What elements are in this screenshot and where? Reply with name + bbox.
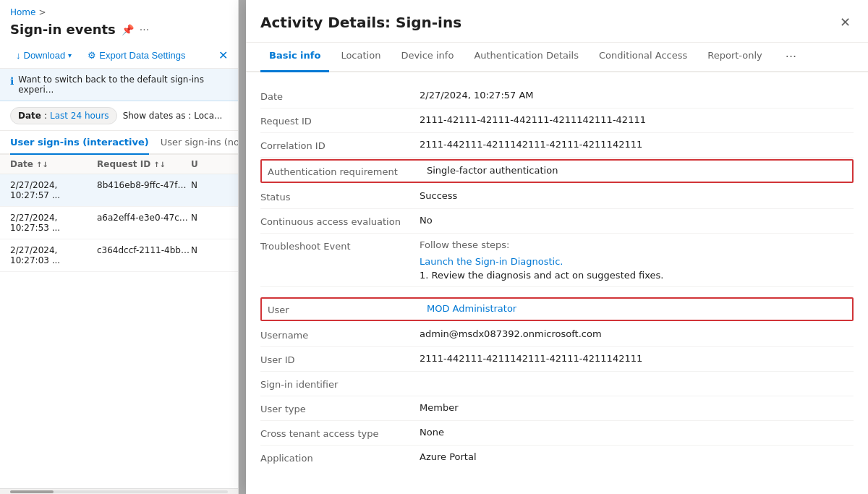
modal-title: Activity Details: Sign-ins xyxy=(260,14,837,31)
table-row[interactable]: 2/27/2024, 10:27:57 ... 8b416eb8-9ffc-47… xyxy=(0,174,238,207)
tab-conditional-access[interactable]: Conditional Access xyxy=(590,43,696,72)
troubleshoot-launch-link[interactable]: Launch the Sign-in Diagnostic. xyxy=(420,256,854,267)
cell-request: a6a2eff4-e3e0-47ca-... xyxy=(97,213,191,233)
field-auth-requirement: Authentication requirement Single-factor… xyxy=(260,159,854,183)
cell-user: N xyxy=(191,245,228,265)
field-username-label: Username xyxy=(260,328,420,341)
cell-request: 8b416eb8-9ffc-47f4-... xyxy=(97,180,191,200)
field-continuous-access-value: No xyxy=(420,215,854,226)
tab-basic-info[interactable]: Basic info xyxy=(260,43,329,72)
filter-row: Date : Last 24 hours Show dates as : Loc… xyxy=(0,101,238,131)
download-icon: ↓ xyxy=(16,50,21,61)
cell-date: 2/27/2024, 10:27:53 ... xyxy=(10,213,97,233)
troubleshoot-follow-text: Follow these steps: xyxy=(420,239,854,250)
field-correlation-id-value: 2111-442111-4211142111-42111-4211142111 xyxy=(420,139,854,150)
field-request-id-value: 2111-42111-42111-442111-4211142111-42111 xyxy=(420,114,854,125)
cell-user: N xyxy=(191,180,228,200)
date-filter-chip[interactable]: Date : Last 24 hours xyxy=(10,107,117,124)
cell-date: 2/27/2024, 10:27:57 ... xyxy=(10,180,97,200)
pin-icon[interactable]: 📌 xyxy=(122,24,134,35)
modal-header: Activity Details: Sign-ins ✕ xyxy=(246,0,868,43)
field-status: Status Success xyxy=(260,184,854,209)
field-correlation-id-label: Correlation ID xyxy=(260,139,420,151)
show-dates-label: Show dates as : Loca... xyxy=(123,111,223,121)
modal-tabs-more-icon[interactable]: ··· xyxy=(780,43,802,71)
troubleshoot-step-text: 1. Review the diagnosis and act on sugge… xyxy=(420,270,854,281)
download-button[interactable]: ↓ Download ▾ xyxy=(10,47,77,64)
table-row[interactable]: 2/27/2024, 10:27:03 ... c364dccf-2111-4b… xyxy=(0,239,238,272)
download-chevron-icon: ▾ xyxy=(68,51,72,59)
modal-tabs: Basic info Location Device info Authenti… xyxy=(246,43,868,72)
field-status-label: Status xyxy=(260,190,420,203)
table-header: Date ↑↓ Request ID ↑↓ U xyxy=(0,155,238,174)
field-user-value[interactable]: MOD Administrator xyxy=(427,303,846,314)
info-icon: ℹ xyxy=(10,75,14,87)
field-user-type-value: Member xyxy=(420,402,854,413)
field-continuous-access-label: Continuous access evaluation xyxy=(260,215,420,227)
field-signin-identifier: Sign-in identifier xyxy=(260,372,854,396)
field-user-label: User xyxy=(268,303,427,315)
field-user-type-label: User type xyxy=(260,402,420,414)
field-troubleshoot: Troubleshoot Event Follow these steps: L… xyxy=(260,234,854,287)
cell-date: 2/27/2024, 10:27:03 ... xyxy=(10,245,97,265)
field-cross-tenant-label: Cross tenant access type xyxy=(260,427,420,439)
field-user-id-value: 2111-442111-4211142111-42111-4211142111 xyxy=(420,353,854,364)
field-application-label: Application xyxy=(260,451,420,464)
settings-icon: ⚙ xyxy=(88,50,96,61)
field-date-value: 2/27/2024, 10:27:57 AM xyxy=(420,90,854,101)
info-banner: ℹ Want to switch back to the default sig… xyxy=(0,69,238,101)
field-user: User MOD Administrator xyxy=(260,297,854,321)
toolbar: ↓ Download ▾ ⚙ Export Data Settings ✕ xyxy=(0,43,238,69)
field-troubleshoot-label: Troubleshoot Event xyxy=(260,239,420,252)
date-sort-icon[interactable]: ↑↓ xyxy=(36,161,48,169)
field-troubleshoot-value: Follow these steps: Launch the Sign-in D… xyxy=(420,239,854,281)
modal-body: Date 2/27/2024, 10:27:57 AM Request ID 2… xyxy=(246,72,868,494)
activity-details-modal: Activity Details: Sign-ins ✕ Basic info … xyxy=(246,0,868,494)
tab-authentication-details[interactable]: Authentication Details xyxy=(465,43,587,72)
toolbar-close-button[interactable]: ✕ xyxy=(218,48,228,62)
left-tabs: User sign-ins (interactive) User sign-in… xyxy=(0,131,238,155)
field-cross-tenant-value: None xyxy=(420,427,854,438)
tab-device-info[interactable]: Device info xyxy=(392,43,462,72)
cell-request: c364dccf-2111-4bbd-... xyxy=(97,245,191,265)
modal-overlay: Activity Details: Sign-ins ✕ Basic info … xyxy=(239,0,868,494)
table-row[interactable]: 2/27/2024, 10:27:53 ... a6a2eff4-e3e0-47… xyxy=(0,207,238,239)
table-body: 2/27/2024, 10:27:57 ... 8b416eb8-9ffc-47… xyxy=(0,174,238,488)
page-title: Sign-in events xyxy=(10,22,116,37)
modal-close-button[interactable]: ✕ xyxy=(837,12,854,33)
field-request-id: Request ID 2111-42111-42111-442111-42111… xyxy=(260,108,854,133)
field-cross-tenant: Cross tenant access type None xyxy=(260,421,854,446)
field-status-value: Success xyxy=(420,190,854,201)
field-auth-req-label: Authentication requirement xyxy=(268,165,427,177)
breadcrumb: Home > xyxy=(0,0,238,20)
export-data-settings-button[interactable]: ⚙ Export Data Settings xyxy=(82,47,191,64)
left-panel: Home > Sign-in events 📌 ··· ↓ Download ▾… xyxy=(0,0,239,494)
field-user-type: User type Member xyxy=(260,396,854,421)
breadcrumb-separator: > xyxy=(38,7,46,17)
field-date: Date 2/27/2024, 10:27:57 AM xyxy=(260,84,854,108)
cell-user: N xyxy=(191,213,228,233)
field-signin-identifier-label: Sign-in identifier xyxy=(260,378,420,390)
field-date-label: Date xyxy=(260,90,420,102)
field-username: Username admin@msdx087392.onmicrosoft.co… xyxy=(260,323,854,347)
field-username-value: admin@msdx087392.onmicrosoft.com xyxy=(420,328,854,339)
breadcrumb-home[interactable]: Home xyxy=(10,7,35,17)
horizontal-scrollbar[interactable] xyxy=(0,488,238,494)
field-user-id-label: User ID xyxy=(260,353,420,365)
field-application-value: Azure Portal xyxy=(420,451,854,462)
field-auth-req-value: Single-factor authentication xyxy=(427,165,846,176)
col-date-label: Date xyxy=(10,159,33,169)
field-correlation-id: Correlation ID 2111-442111-4211142111-42… xyxy=(260,133,854,158)
date-filter-value: Last 24 hours xyxy=(50,111,109,121)
col-request-label: Request ID xyxy=(97,159,150,169)
tab-noninteractive-signins[interactable]: User sign-ins (non... xyxy=(161,131,239,155)
field-request-id-label: Request ID xyxy=(260,114,420,127)
tab-report-only[interactable]: Report-only xyxy=(699,43,771,72)
tab-location[interactable]: Location xyxy=(332,43,389,72)
field-application: Application Azure Portal xyxy=(260,446,854,469)
tab-interactive-signins[interactable]: User sign-ins (interactive) xyxy=(10,131,149,155)
field-continuous-access: Continuous access evaluation No xyxy=(260,209,854,234)
field-user-id: User ID 2111-442111-4211142111-42111-421… xyxy=(260,347,854,372)
more-options-icon[interactable]: ··· xyxy=(140,24,149,35)
request-sort-icon[interactable]: ↑↓ xyxy=(153,161,166,169)
